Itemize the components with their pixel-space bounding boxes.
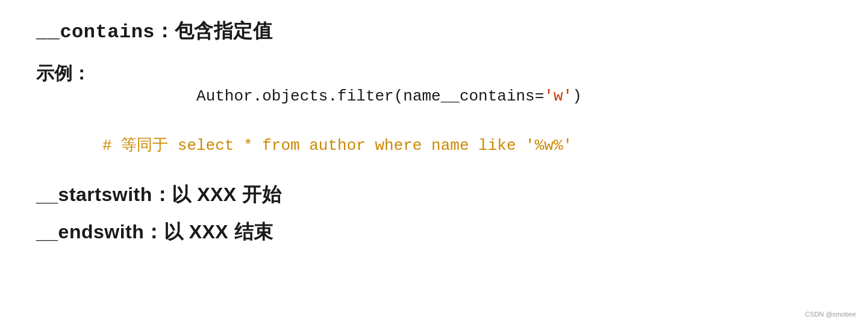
code-line-1: Author.objects.filter(name__contains='w'… [102, 61, 582, 132]
code-lines: Author.objects.filter(name__contains='w'… [90, 61, 582, 158]
code-line1-prefix: Author.objects.filter(name__contains= [196, 87, 544, 105]
code-line1-suffix: ) [572, 87, 582, 105]
bottom-sections: __startswith：以 XXX 开始 __endswith：以 XXX 结… [36, 182, 832, 246]
code-line1-string: 'w' [544, 87, 572, 105]
contains-keyword: __contains [36, 21, 155, 43]
contains-title-suffix: ：包含指定值 [155, 20, 272, 42]
startswith-title-text: __startswith：以 XXX 开始 [36, 184, 281, 205]
endswith-title-text: __endswith：以 XXX 结束 [36, 221, 273, 243]
page-container: __contains：包含指定值 示例： Author.objects.filt… [0, 0, 868, 325]
endswith-title: __endswith：以 XXX 结束 [36, 219, 832, 246]
startswith-title: __startswith：以 XXX 开始 [36, 182, 832, 208]
watermark: CSDN @smobee [805, 311, 856, 318]
example-block: 示例： Author.objects.filter(name__contains… [36, 61, 832, 158]
contains-title: __contains：包含指定值 [36, 18, 832, 45]
code-line-2: # 等同于 select * from author where name li… [102, 134, 582, 158]
example-label: 示例： [36, 61, 90, 86]
